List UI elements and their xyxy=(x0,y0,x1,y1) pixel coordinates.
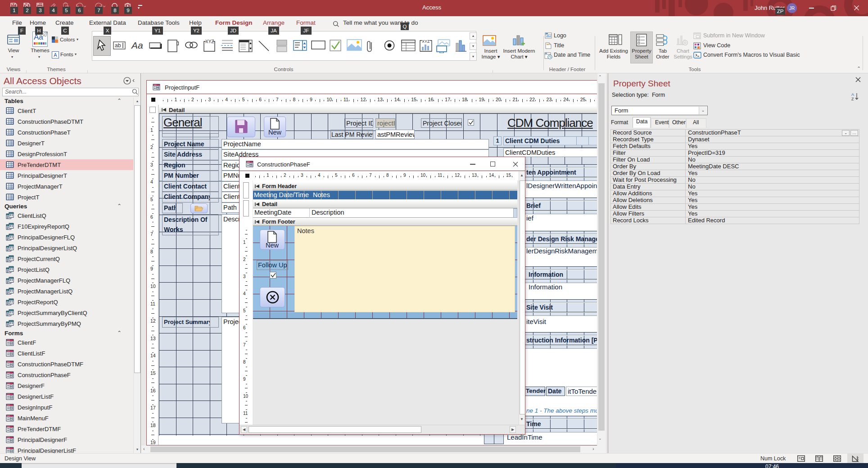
svg-text:Aa: Aa xyxy=(131,40,143,50)
svg-text:XYZ: XYZ xyxy=(422,39,430,44)
svg-text:ab: ab xyxy=(115,42,121,49)
svg-text:XYZ: XYZ xyxy=(205,39,214,44)
svg-text:Z: Z xyxy=(851,97,854,101)
svg-text:A: A xyxy=(851,92,854,97)
